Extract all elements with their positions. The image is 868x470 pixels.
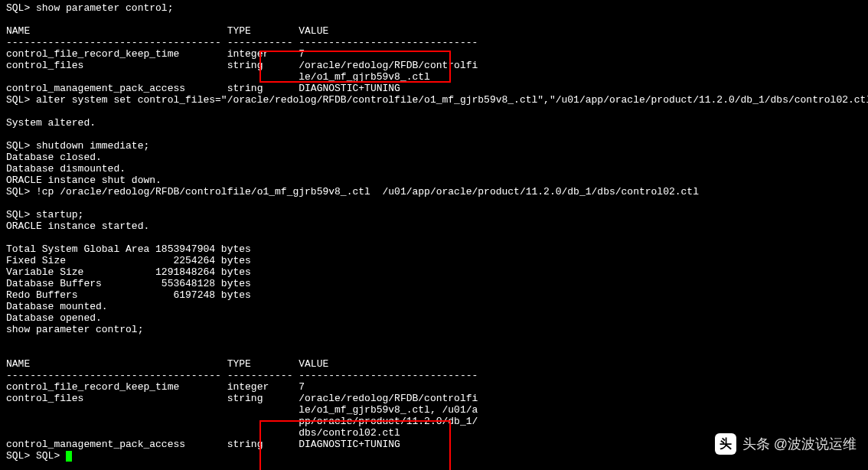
blank-line — [6, 15, 862, 26]
terminal-output[interactable]: SQL> show parameter control; NAME TYPE V… — [6, 3, 862, 462]
param-row-continuation: pp/oracle/product/11.2.0/db_1/ — [6, 416, 862, 428]
memory-info: Fixed Size 2254264 bytes — [6, 256, 862, 267]
blank-line — [6, 348, 862, 359]
memory-info: Redo Buffers 6197248 bytes — [6, 290, 862, 302]
sql-alter-command: SQL> alter system set control_files="/or… — [6, 95, 862, 106]
table-header: NAME TYPE VALUE — [6, 26, 862, 38]
status-message: Database opened. — [6, 313, 862, 325]
watermark-logo-icon: 头 — [715, 433, 736, 455]
sql-cp-command: SQL> !cp /oracle/redolog/RFDB/controlfil… — [6, 187, 862, 198]
status-message: Database dismounted. — [6, 164, 862, 175]
watermark-text: 头条 @波波说运维 — [742, 436, 857, 452]
param-row: control_management_pack_access string DI… — [6, 83, 862, 95]
status-message: Database mounted. — [6, 302, 862, 313]
param-row: control_file_record_keep_time integer 7 — [6, 382, 862, 393]
blank-line — [6, 129, 862, 141]
table-separator: ------------------------------------ ---… — [6, 370, 862, 382]
memory-info: Total System Global Area 1853947904 byte… — [6, 244, 862, 256]
sql-prompt-line: SQL> show parameter control; — [6, 3, 862, 15]
memory-info: Database Buffers 553648128 bytes — [6, 279, 862, 290]
table-header: NAME TYPE VALUE — [6, 359, 862, 370]
watermark: 头 头条 @波波说运维 — [715, 433, 857, 455]
sql-show-command: show parameter control; — [6, 325, 862, 336]
cursor-icon — [66, 451, 72, 462]
status-message: System altered. — [6, 118, 862, 129]
param-row: control_file_record_keep_time integer 7 — [6, 49, 862, 60]
blank-line — [6, 233, 862, 244]
param-row-continuation: le/o1_mf_gjrb59v8_.ctl — [6, 72, 862, 83]
memory-info: Variable Size 1291848264 bytes — [6, 267, 862, 279]
param-row: control_files string /oracle/redolog/RFD… — [6, 393, 862, 405]
prompt-text: SQL> SQL> — [6, 450, 66, 462]
blank-line — [6, 106, 862, 118]
blank-line — [6, 336, 862, 348]
status-message: Database closed. — [6, 152, 862, 164]
param-row: control_files string /oracle/redolog/RFD… — [6, 60, 862, 72]
sql-shutdown-command: SQL> shutdown immediate; — [6, 141, 862, 152]
status-message: ORACLE instance started. — [6, 221, 862, 233]
table-separator: ------------------------------------ ---… — [6, 38, 862, 49]
sql-startup-command: SQL> startup; — [6, 210, 862, 221]
param-row-continuation: le/o1_mf_gjrb59v8_.ctl, /u01/a — [6, 405, 862, 416]
status-message: ORACLE instance shut down. — [6, 175, 862, 187]
blank-line — [6, 198, 862, 210]
